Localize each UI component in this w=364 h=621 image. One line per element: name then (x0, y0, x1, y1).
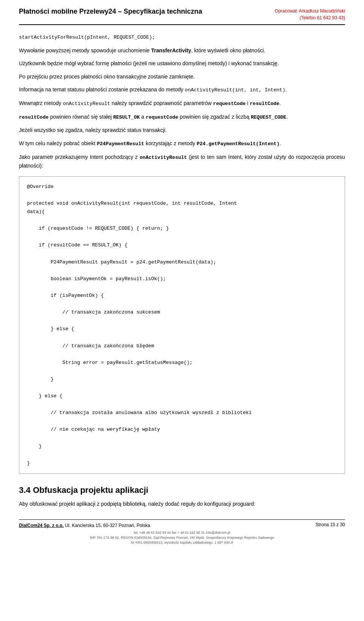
paragraph-7: Jeżeli wszystko się zgadza, należy spraw… (19, 126, 345, 134)
result-ok-ref: RESULT_OK (113, 114, 140, 120)
method-name-2: onActivityResult (63, 101, 110, 107)
page-number: Strona 15 z 30 (315, 522, 345, 527)
document-title: Płatności mobilne Przelewy24 – Specyfika… (19, 8, 202, 16)
request-code-const: REQUEST_CODE (251, 114, 287, 120)
footer-tiny-line1: tel. +48 48 61 642 93 44 fax + 48 61 642… (134, 531, 230, 535)
paragraph-4: Informacja na temat statusu płatności zo… (19, 85, 345, 94)
footer-tiny-line3: Nr KRS 0000306513, wysokość kapitału zak… (131, 541, 233, 544)
footer-address: Ul. Kanclerska 15, 60-327 Poznań, Polska (65, 523, 150, 528)
page-footer: DialCom24 Sp. z o.o. Ul. Kanclerska 15, … (19, 519, 345, 529)
on-activity-result-ref: onActivityResult (140, 155, 187, 160)
get-payment-result: P24.getPaymentResult(Intent) (197, 141, 279, 147)
section-title: Obfuskacja projektu aplikacji (33, 485, 148, 495)
section-number: 3.4 (19, 485, 33, 495)
author-info: Opracował: Arkadiusz Macudziński (Telefo… (275, 8, 345, 21)
page-header: Płatności mobilne Przelewy24 – Specyfika… (19, 8, 345, 25)
section-heading: 3.4 Obfuskacja projektu aplikacji (19, 485, 345, 495)
author-phone: (Telefon 61 642 93 43) (300, 15, 345, 20)
intro-code-text: startActivityForResult(pIntent, REQUEST_… (19, 34, 155, 40)
paragraph-8: W tym celu należy pobrać obiekt P24Payme… (19, 139, 345, 148)
p24-payment-result: P24PaymentResult (97, 141, 144, 147)
paragraph-1: Wywołanie powyższej metody spowoduje uru… (19, 46, 345, 55)
page: Płatności mobilne Przelewy24 – Specyfika… (0, 0, 364, 621)
company-name: DialCom24 Sp. z o.o. (19, 523, 64, 528)
footer-left: DialCom24 Sp. z o.o. Ul. Kanclerska 15, … (19, 522, 150, 529)
paragraph-9: Jako parametr przekazujemy Intent pochod… (19, 153, 345, 170)
paragraph-6: resultCode powinien równać się stałej RE… (19, 113, 345, 122)
param-result-code: resultCode (250, 101, 279, 107)
param-request-code: requestCode (213, 101, 246, 107)
section-text: Aby obfuskować projekt aplikacji z podpi… (19, 500, 345, 508)
author-name: Arkadiusz Macudziński (299, 8, 345, 14)
intro-code-line: startActivityForResult(pIntent, REQUEST_… (19, 33, 345, 42)
method-name-1: onActivityResult(int, int, Intent) (185, 87, 285, 93)
author-label: Opracował: (275, 8, 298, 14)
bold-transfer-activity: TransferActivity (151, 47, 191, 53)
request-code-ref: requestCode (146, 114, 178, 120)
code-block: @Override protected void onActivityResul… (19, 176, 345, 474)
paragraph-3: Po przejściu przez proces płatności okno… (19, 72, 345, 81)
footer-tiny-info: tel. +48 48 61 642 93 44 fax + 48 61 642… (19, 530, 345, 545)
result-code-ref: resultCode (19, 114, 49, 120)
paragraph-5: Wewnątrz metody onActivityResult należy … (19, 99, 345, 108)
paragraph-2: Użytkownik będzie mógł wybrać formę płat… (19, 59, 345, 67)
footer-tiny-line2: NIP 781-173-38-52, REGON 634509164, Sąd … (90, 536, 274, 539)
